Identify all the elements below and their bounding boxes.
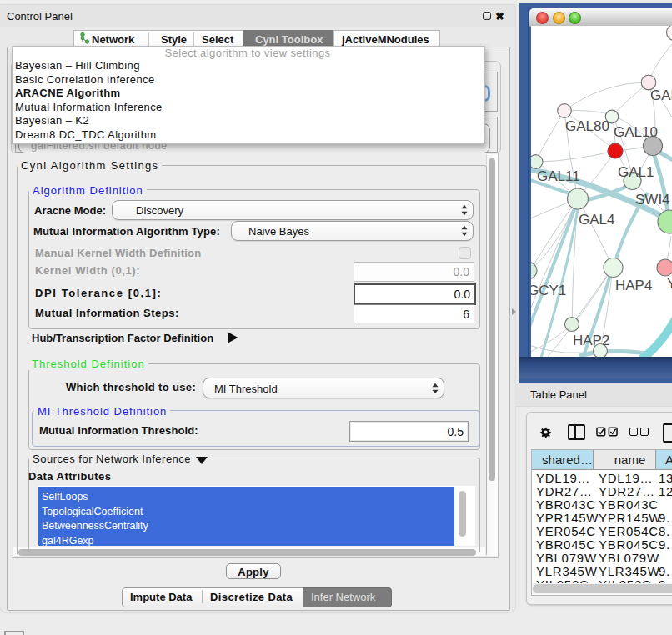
svg-text:GAL4: GAL4 (579, 212, 614, 228)
svg-text:GAL80: GAL80 (565, 118, 609, 134)
svg-text:GAL11: GAL11 (537, 168, 580, 184)
svg-text:HAP4: HAP4 (615, 278, 652, 293)
svg-text:SWI4: SWI4 (635, 192, 670, 208)
svg-text:GAL1: GAL1 (618, 164, 654, 180)
svg-text:GCY1: GCY1 (531, 282, 566, 298)
svg-text:HAP2: HAP2 (573, 332, 609, 348)
svg-text:GAL: GAL (650, 88, 672, 103)
svg-text:GAL10: GAL10 (614, 124, 658, 140)
svg-text:Y: Y (667, 276, 672, 292)
